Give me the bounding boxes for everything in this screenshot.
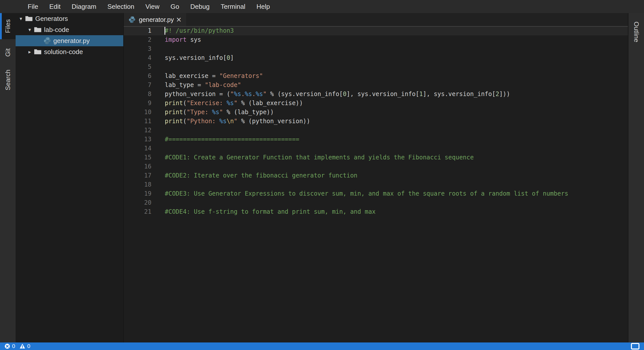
tree-item-solution-code[interactable]: ▸ solution-code <box>16 46 123 57</box>
code-line[interactable]: 11print("Python: %s\n" % (python_version… <box>124 117 628 126</box>
code-line[interactable]: 16 <box>124 162 628 171</box>
tab-generator-py[interactable]: generator.py ✕ <box>124 13 186 26</box>
tree-item-label: Generators <box>35 15 68 23</box>
code-token: #CODE2: Iterate over the fibonacci gener… <box>165 172 357 179</box>
code-text <box>151 144 165 153</box>
sidebar-tab-git-label: Git <box>4 48 12 57</box>
line-number: 2 <box>124 35 151 44</box>
line-number: 21 <box>124 207 151 216</box>
tree-item-generators[interactable]: ▾ Generators <box>16 13 123 24</box>
code-line[interactable]: 10print("Type: %s" % (lab_type)) <box>124 108 628 117</box>
menu-terminal[interactable]: Terminal <box>215 0 251 13</box>
line-number: 15 <box>124 153 151 162</box>
code-line[interactable]: 9print("Exercise: %s" % (lab_exercise)) <box>124 99 628 108</box>
code-text: #! /usr/bin/python3 <box>151 27 234 35</box>
line-number: 19 <box>124 189 151 198</box>
code-token: %s <box>256 91 263 98</box>
code-token: % (lab_type)) <box>223 109 274 116</box>
line-number: 10 <box>124 108 151 117</box>
code-editor[interactable]: 1#! /usr/bin/python32import sys34sys.ver… <box>124 26 628 342</box>
menu-file[interactable]: File <box>22 0 44 13</box>
menu-diagram[interactable]: Diagram <box>66 0 102 13</box>
code-line[interactable]: 20 <box>124 198 628 207</box>
chevron-down-icon[interactable]: ▾ <box>18 16 24 22</box>
code-line[interactable]: 3 <box>124 44 628 53</box>
code-token: import <box>165 36 187 43</box>
menu-edit[interactable]: Edit <box>44 0 66 13</box>
code-text: import sys <box>151 35 201 44</box>
sidebar-tab-files-label: Files <box>4 19 12 33</box>
code-text: #CODE1: Create a Generator Function that… <box>151 153 474 162</box>
code-token: " <box>234 100 237 107</box>
code-token: "Type: <box>187 109 212 116</box>
chevron-down-icon[interactable]: ▾ <box>27 27 32 33</box>
status-bar: 0 0 <box>0 342 644 350</box>
code-line[interactable]: 18 <box>124 180 628 189</box>
code-token: lab_type = <box>165 81 205 89</box>
code-line[interactable]: 14 <box>124 144 628 153</box>
code-line[interactable]: 7lab_type = "lab-code" <box>124 80 628 90</box>
sidebar-tab-files[interactable]: Files <box>0 13 16 39</box>
code-token: ] <box>230 54 234 61</box>
code-token: . <box>241 91 245 98</box>
menu-go[interactable]: Go <box>165 0 185 13</box>
code-token: 0 <box>343 91 346 98</box>
code-line[interactable]: 21#CODE4: Use f-string to format and pri… <box>124 207 628 216</box>
code-line[interactable]: 2import sys <box>124 35 628 44</box>
line-number: 6 <box>124 71 151 80</box>
code-line[interactable]: 4sys.version_info[0] <box>124 53 628 62</box>
menu-debug[interactable]: Debug <box>185 0 215 13</box>
code-token: "Python: <box>187 118 219 125</box>
menu-bar: File Edit Diagram Selection View Go Debu… <box>0 0 644 13</box>
code-token: lab_exercise = <box>165 72 219 79</box>
code-token: 0 <box>227 54 230 61</box>
line-number: 13 <box>124 135 151 144</box>
editor-group: generator.py ✕ 1#! /usr/bin/python32impo… <box>124 13 628 342</box>
code-line[interactable]: 5 <box>124 62 628 71</box>
code-token: " <box>263 91 266 98</box>
code-token: % (sys.version_info[ <box>267 91 343 98</box>
line-number: 9 <box>124 99 151 108</box>
code-token: sys.version_info[ <box>165 54 227 61</box>
tree-item-lab-code[interactable]: ▾ lab-code <box>16 24 123 35</box>
code-text <box>151 180 165 189</box>
code-line[interactable]: 1#! /usr/bin/python3 <box>124 26 628 35</box>
code-text <box>151 44 165 53</box>
tree-item-label: generator.py <box>53 37 90 45</box>
problems-indicator[interactable]: 0 0 <box>5 343 33 349</box>
warning-icon <box>20 343 25 349</box>
line-number: 1 <box>124 27 151 35</box>
code-token: " <box>234 118 237 125</box>
sidebar-tab-search-label: Search <box>4 70 12 90</box>
code-text: #==================================== <box>151 135 299 144</box>
sidebar-tab-outline[interactable]: Outline <box>628 13 644 51</box>
code-text: print("Exercise: %s" % (lab_exercise)) <box>151 99 303 108</box>
menu-view[interactable]: View <box>140 0 165 13</box>
code-line[interactable]: 17#CODE2: Iterate over the fibonacci gen… <box>124 171 628 180</box>
sidebar-tab-search[interactable]: Search <box>0 66 16 94</box>
tree-item-generator-py[interactable]: generator.py <box>16 35 123 46</box>
code-line[interactable]: 6lab_exercise = "Generators" <box>124 71 628 80</box>
folder-icon <box>34 49 42 55</box>
code-line[interactable]: 19#CODE3: Use Generator Expressions to d… <box>124 189 628 198</box>
sidebar-tab-git[interactable]: Git <box>0 39 16 66</box>
chevron-right-icon[interactable]: ▸ <box>27 49 32 55</box>
line-number: 14 <box>124 144 151 153</box>
code-token: "lab-code" <box>205 81 241 89</box>
code-token: #==================================== <box>165 136 299 143</box>
python-icon <box>43 37 51 45</box>
code-line[interactable]: 12 <box>124 126 628 135</box>
close-icon[interactable]: ✕ <box>175 16 183 24</box>
code-line[interactable]: 8python_version = ("%s.%s.%s" % (sys.ver… <box>124 90 628 99</box>
code-text: print("Python: %s\n" % (python_version)) <box>151 117 310 126</box>
file-explorer: ▾ Generators ▾ lab-code generator.py <box>16 13 124 342</box>
code-token: %s <box>234 91 241 98</box>
code-line[interactable]: 13#==================================== <box>124 135 628 144</box>
code-line[interactable]: 15#CODE1: Create a Generator Function th… <box>124 153 628 162</box>
line-number: 5 <box>124 62 151 71</box>
line-number: 8 <box>124 90 151 99</box>
menu-help[interactable]: Help <box>251 0 275 13</box>
menu-selection[interactable]: Selection <box>102 0 140 13</box>
toggle-panel-icon[interactable] <box>631 343 639 349</box>
code-token: % (lab_exercise)) <box>237 100 303 107</box>
